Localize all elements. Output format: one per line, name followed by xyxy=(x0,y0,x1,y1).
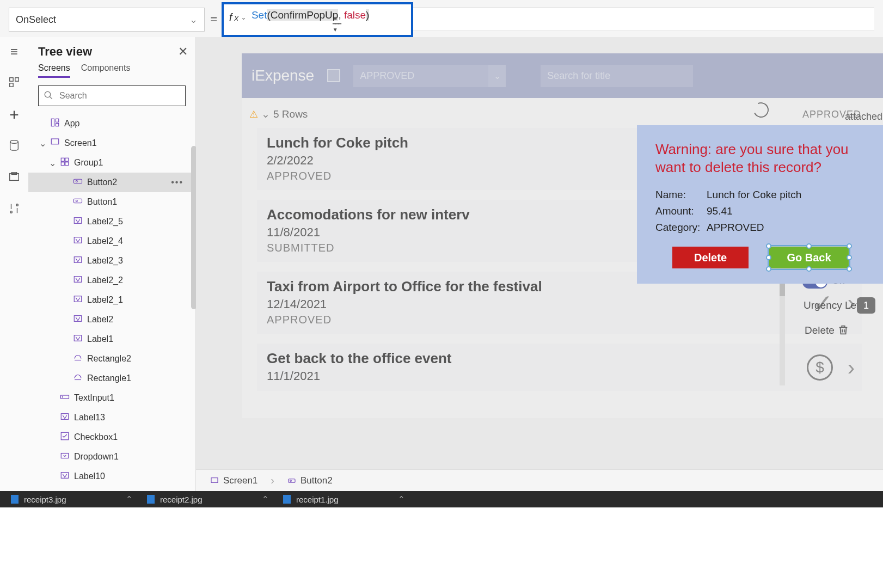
property-value: OnSelect xyxy=(16,14,56,26)
label-icon xyxy=(73,274,83,286)
label-icon xyxy=(73,235,83,247)
svg-rect-36 xyxy=(211,477,218,482)
search-title-input[interactable]: Search for title xyxy=(541,65,693,87)
status-dd-value: APPROVED xyxy=(353,65,488,87)
close-icon[interactable]: ✕ xyxy=(178,45,188,59)
selection-handle[interactable] xyxy=(847,255,852,260)
property-dropdown[interactable]: OnSelect ⌄ xyxy=(9,8,205,32)
breadcrumb-control[interactable]: Button2 xyxy=(280,472,340,489)
more-icon[interactable]: ••• xyxy=(171,177,183,187)
tree-node-button2[interactable]: Button2••• xyxy=(28,173,195,192)
tree-node-label: Label1 xyxy=(87,334,113,344)
hamburger-icon[interactable]: ≡ xyxy=(7,45,21,59)
delete-button[interactable]: Delete xyxy=(672,247,749,268)
svg-rect-11 xyxy=(51,139,59,144)
tree-search-input[interactable] xyxy=(38,85,186,106)
breadcrumb-screen[interactable]: Screen1 xyxy=(203,472,265,489)
media-icon[interactable] xyxy=(7,171,21,185)
selection-handle[interactable] xyxy=(806,243,812,249)
selection-handle[interactable] xyxy=(766,243,771,249)
row-status: APPROVED xyxy=(267,314,853,326)
selection-handle[interactable] xyxy=(766,255,771,260)
tree-node-label13[interactable]: Label13 xyxy=(28,408,195,427)
file-icon xyxy=(11,495,19,504)
tree-node-button1[interactable]: Button1 xyxy=(28,192,195,212)
insert-icon[interactable]: + xyxy=(7,108,21,122)
rect-icon xyxy=(73,372,83,384)
selection-handle[interactable] xyxy=(847,243,852,249)
label-icon xyxy=(60,412,70,424)
tree-node-label: TextInput1 xyxy=(74,393,114,403)
formula-text[interactable]: Set(ConfirmPopUp, false) xyxy=(252,8,370,21)
row-date: 12/14/2021 xyxy=(267,297,853,311)
tree-node-label10[interactable]: Label10 xyxy=(28,467,195,486)
tree-node-dropdown1[interactable]: Dropdown1 xyxy=(28,447,195,467)
status-dropdown[interactable]: APPROVED ⌄ xyxy=(353,65,506,87)
svg-rect-18 xyxy=(74,199,82,203)
tree-node-checkbox1[interactable]: Checkbox1 xyxy=(28,427,195,447)
tab-components[interactable]: Components xyxy=(81,63,131,78)
tree-node-label2_4[interactable]: Label2_4 xyxy=(28,231,195,251)
tree-node-label1[interactable]: Label1 xyxy=(28,329,195,349)
tree-node-rect1[interactable]: Rectangle1 xyxy=(28,369,195,388)
formula-bar[interactable]: fx⌄ Set(ConfirmPopUp, false) ▲━━━▼ xyxy=(222,2,413,37)
fx-button[interactable]: fx⌄ xyxy=(224,8,252,27)
svg-rect-8 xyxy=(51,119,54,126)
tree-node-textinput1[interactable]: TextInput1 xyxy=(28,388,195,408)
svg-point-38 xyxy=(290,480,292,481)
tree-node-group1[interactable]: ⌄Group1 xyxy=(28,153,195,173)
tree-node-label: Label2 xyxy=(87,315,113,324)
tab-screens[interactable]: Screens xyxy=(38,63,70,78)
selection-handle[interactable] xyxy=(806,266,812,272)
taskbar-file[interactable]: receipt1.jpg⌃ xyxy=(283,494,408,504)
taskbar-file[interactable]: receipt2.jpg⌃ xyxy=(147,494,272,504)
chevron-right-icon[interactable]: › xyxy=(848,355,855,379)
tree-node-label: Group1 xyxy=(74,158,103,168)
urgency-level-1[interactable]: 1 xyxy=(857,297,875,314)
chevron-up-icon[interactable]: ⌃ xyxy=(398,494,405,504)
label-icon xyxy=(73,294,83,306)
popup-name-key: Name: xyxy=(655,189,707,201)
trash-icon[interactable] xyxy=(837,323,849,336)
checkbox-icon xyxy=(60,431,70,443)
formula-resize-icon[interactable]: ▲━━━▼ xyxy=(333,15,341,33)
tree-node-label2_1[interactable]: Label2_1 xyxy=(28,290,195,310)
label-icon xyxy=(73,333,83,345)
chevron-down-icon: ⌄ xyxy=(189,14,198,26)
tree-node-label2_5[interactable]: Label2_5 xyxy=(28,212,195,231)
svg-rect-0 xyxy=(10,78,13,81)
tree-node-screen1[interactable]: ⌄Screen1 xyxy=(28,133,195,153)
chevron-down-icon: ⌄ xyxy=(241,14,246,21)
go-back-button[interactable]: Go Back xyxy=(769,247,849,268)
tree-node-rect2[interactable]: Rectangle2 xyxy=(28,349,195,369)
formula-bar-extension[interactable] xyxy=(413,7,874,31)
chevron-down-icon[interactable]: ⌄ xyxy=(261,108,270,120)
svg-point-17 xyxy=(76,181,77,182)
group-icon xyxy=(60,157,70,169)
warning-icon: ⚠ xyxy=(249,108,258,120)
taskbar-file[interactable]: receipt3.jpg⌃ xyxy=(11,494,136,504)
svg-rect-37 xyxy=(289,479,295,482)
caret-icon: ⌄ xyxy=(39,138,46,149)
tree-node-app[interactable]: App xyxy=(28,114,195,133)
data-icon[interactable] xyxy=(7,139,21,154)
expense-row[interactable]: Get back to the office event11/1/2021$› xyxy=(257,344,862,391)
popup-amount-key: Amount: xyxy=(655,205,707,217)
selection-handle[interactable] xyxy=(766,266,771,272)
svg-rect-33 xyxy=(61,454,69,458)
chevron-up-icon[interactable]: ⌃ xyxy=(262,494,269,504)
chevron-up-icon[interactable]: ⌃ xyxy=(126,494,133,504)
tree-node-label: Screen1 xyxy=(64,138,97,148)
tree-node-label2_3[interactable]: Label2_3 xyxy=(28,251,195,271)
dropdown-icon xyxy=(60,451,70,463)
popup-warning-text: Warning: are you sure that you want to d… xyxy=(655,140,866,176)
tree-node-label2_2[interactable]: Label2_2 xyxy=(28,271,195,290)
header-checkbox[interactable] xyxy=(327,69,340,82)
tree-view-icon[interactable] xyxy=(7,76,21,90)
tools-icon[interactable] xyxy=(7,203,21,217)
delete-label: Delete xyxy=(805,324,835,336)
label-icon xyxy=(73,255,83,267)
tree-node-label: Label2_1 xyxy=(87,295,123,305)
tree-node-label2[interactable]: Label2 xyxy=(28,310,195,329)
selection-handle[interactable] xyxy=(847,266,852,272)
